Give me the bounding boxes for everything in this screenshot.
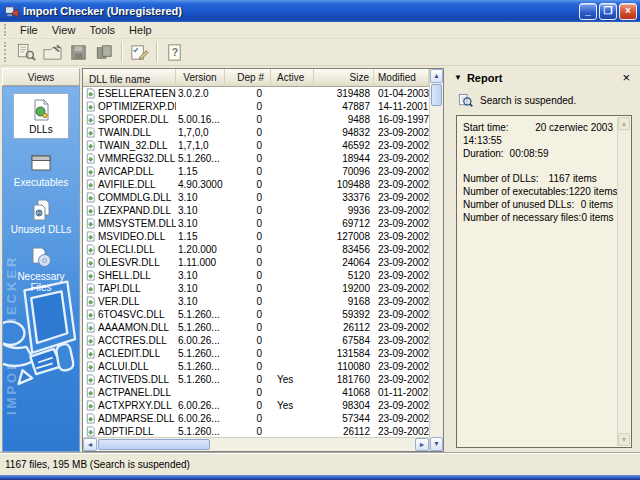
table-row[interactable]: AVICAP.DLL1.1507009623-09-2002 [83,165,429,178]
toolbar-button-file-search[interactable] [13,40,39,64]
scroll-right-icon[interactable]: ► [415,438,429,451]
scroll-down-icon[interactable]: ▼ [430,437,443,451]
report-close-icon[interactable]: × [620,71,632,84]
minimize-button[interactable]: _ [579,3,597,20]
cell-modified: 23-09-2002 [374,347,429,360]
vscroll-thumb[interactable] [431,84,442,106]
cell-name: ACTPANEL.DLL [83,386,176,399]
table-row[interactable]: TWAIN.DLL1,7,0,009483223-09-2002 [83,126,429,139]
table-row[interactable]: OLECLI.DLL1.20.00008345623-09-2002 [83,243,429,256]
report-stat-label: Number of executables: [463,185,569,198]
cell-active [271,334,314,347]
table-row[interactable]: SPORDER.DLL5.00.16...0948816-09-1997 [83,113,429,126]
table-row[interactable]: ADMPARSE.DLL6.00.26...05734423-09-2002 [83,412,429,425]
menu-item-view[interactable]: View [45,23,83,37]
dll-file-name: OLECLI.DLL [98,243,155,256]
column-header-dep[interactable]: Dep # [225,69,271,87]
table-row[interactable]: ADPTIF.DLL5.1.260...02611223-09-2002 [83,425,429,437]
content: Views IMPORT CHECKER DLLsExecutables2Unu… [0,66,640,452]
column-header-active[interactable]: Active [271,69,314,87]
menubar-gripper[interactable] [4,24,9,37]
toolbar-button-help[interactable]: ? [161,40,187,64]
collapse-report-icon[interactable]: ▼ [454,73,462,82]
close-button[interactable]: × [619,3,637,20]
scroll-up-icon[interactable]: ▲ [430,69,443,83]
table-row[interactable]: ACLEDIT.DLL5.1.260...013158423-09-2002 [83,347,429,360]
report-stat-line: Number of DLLs:1167 items [463,172,613,185]
dll-file-name: AVICAP.DLL [98,165,154,178]
table-row[interactable]: AAAAMON.DLL5.1.260...02611223-09-2002 [83,321,429,334]
executables-view-icon [29,151,53,175]
sidebar-item-unused-dlls[interactable]: 2Unused DLLs [9,198,73,235]
table-row[interactable]: MMSYSTEM.DLL3.1006971223-09-2002 [83,217,429,230]
column-header-dll-file-name[interactable]: DLL file name [83,69,176,87]
table-row[interactable]: ACTIVEDS.DLL5.1.260...0Yes18176023-09-20… [83,373,429,386]
table-row[interactable]: LZEXPAND.DLL3.100993623-09-2002 [83,204,429,217]
toolbar-button-export[interactable] [91,40,117,64]
table-row[interactable]: ESELLERATEENGI...3.0.2.0031948801-04-200… [83,87,429,100]
cell-modified: 16-09-1997 [374,113,429,126]
report-listbox[interactable]: Start time: 20 czerwiec 2003 14:13:55 Du… [456,115,632,448]
toolbar-button-options[interactable] [126,40,152,64]
table-row[interactable]: VMMREG32.DLL5.1.260...01894423-09-2002 [83,152,429,165]
cell-dep: 0 [225,321,271,334]
cell-active [271,412,314,425]
cell-version: 3.10 [176,191,225,204]
table-row[interactable]: COMMDLG.DLL3.1003337623-09-2002 [83,191,429,204]
report-scrollbar[interactable]: ▲ ▼ [617,117,630,446]
report-stat-line: Number of executables:1220 items [463,185,613,198]
table-row[interactable]: ACTPANEL.DLL04106801-11-2002 [83,386,429,399]
table-hscrollbar[interactable]: ◄ ► [83,437,429,451]
titlebar: Import Checker (Unregistered) _ ❐ × [0,0,640,22]
table-row[interactable]: ACCTRES.DLL6.00.26...06758423-09-2002 [83,334,429,347]
dll-file-icon [85,205,96,216]
table-row[interactable]: TAPI.DLL3.1001920023-09-2002 [83,282,429,295]
table-vscrollbar[interactable]: ▲ ▼ [429,69,443,451]
restore-button[interactable]: ❐ [599,3,617,20]
menu-item-file[interactable]: File [13,23,45,37]
sidebar-item-necessary-files[interactable]: Necessary Files [9,245,73,293]
table-row[interactable]: OPTIMIZERXP.DLL04788714-11-2001 [83,100,429,113]
table-row[interactable]: MSVIDEO.DLL1.15012700823-09-2002 [83,230,429,243]
table-row[interactable]: VER.DLL3.100916823-09-2002 [83,295,429,308]
table-row[interactable]: ACTXPRXY.DLL6.00.26...0Yes9830423-09-200… [83,399,429,412]
cell-name: LZEXPAND.DLL [83,204,176,217]
table-row[interactable]: AVIFILE.DLL4.90.3000010948823-09-2002 [83,178,429,191]
menu-item-tools[interactable]: Tools [82,23,122,37]
dll-file-icon [85,101,96,112]
table-row[interactable]: TWAIN_32.DLL1,7,1,004659223-09-2002 [83,139,429,152]
cell-modified: 23-09-2002 [374,295,429,308]
cell-modified: 23-09-2002 [374,399,429,412]
unused-dlls-view-icon: 2 [29,198,53,222]
menu-item-help[interactable]: Help [122,23,159,37]
column-header-version[interactable]: Version [176,69,225,87]
menu-items: FileViewToolsHelp [13,23,159,37]
cell-version: 1.20.000 [176,243,225,256]
report-stat-line: Number of unused DLLs:0 items [463,198,613,211]
table-row[interactable]: SHELL.DLL3.100512023-09-2002 [83,269,429,282]
table-row[interactable]: 6TO4SVC.DLL5.1.260...05939223-09-2002 [83,308,429,321]
hscroll-thumb[interactable] [98,439,210,450]
cell-dep: 0 [225,282,271,295]
toolbar-button-save-report[interactable] [65,40,91,64]
hscroll-track[interactable] [211,438,415,451]
report-scroll-down-icon[interactable]: ▼ [618,433,630,446]
dll-file-icon [85,361,96,372]
cell-size: 57344 [314,412,374,425]
cell-dep: 0 [225,295,271,308]
sidebar-item-dlls[interactable]: DLLs [13,93,69,139]
table-row[interactable]: ACLUI.DLL5.1.260...011008023-09-2002 [83,360,429,373]
table-row[interactable]: OLESVR.DLL1.11.00002406423-09-2002 [83,256,429,269]
dll-file-icon [85,335,96,346]
cell-active [271,217,314,230]
table-header: DLL file nameVersionDep #ActiveSizeModif… [83,69,429,87]
sidebar-item-executables[interactable]: Executables [9,151,73,188]
column-header-size[interactable]: Size [314,69,374,87]
scroll-left-icon[interactable]: ◄ [83,438,97,451]
report-scroll-up-icon[interactable]: ▲ [618,117,630,130]
toolbar-gripper[interactable] [4,42,9,63]
cell-size: 26112 [314,321,374,334]
column-header-modified[interactable]: Modified [374,69,429,87]
toolbar-button-folder-tools[interactable] [39,40,65,64]
cell-version: 3.10 [176,282,225,295]
